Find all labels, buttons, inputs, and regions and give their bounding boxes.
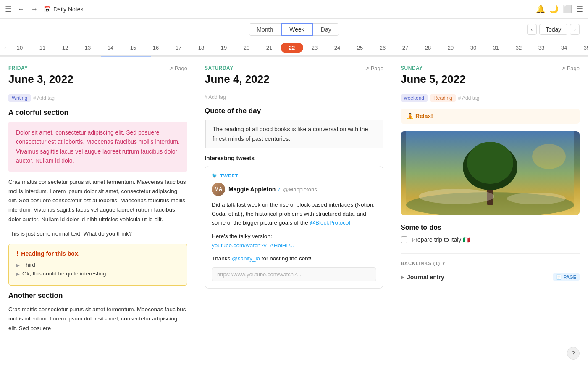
week-12[interactable]: 12 <box>54 43 76 53</box>
backlink-name: Journal entry <box>407 274 444 281</box>
week-14[interactable]: 14 <box>99 43 122 53</box>
scroll-indicator <box>0 56 588 57</box>
todo-text-italy: Prepare trip to Italy 🇮🇹 <box>412 236 470 243</box>
tweet-thanks: Thanks @sanity_io for hosting the conf! <box>212 254 376 263</box>
backlink-toggle[interactable]: ▶ Journal entry <box>401 274 444 281</box>
page-link-icon-sun: ↗ <box>561 66 565 71</box>
week-22[interactable]: 22 <box>281 43 303 53</box>
page-link-friday[interactable]: ↗ Page <box>169 65 187 71</box>
week-13[interactable]: 13 <box>76 43 99 53</box>
section-heading-sat-2: Interesting tweets <box>205 155 383 161</box>
tweet-link[interactable]: youtube.com/watch?v=AHblHP... <box>212 242 294 249</box>
backlink-page-badge[interactable]: 📄 PAGE <box>553 273 580 281</box>
mention-sanity[interactable]: @sanity_io <box>232 255 260 262</box>
week-19[interactable]: 19 <box>213 43 235 53</box>
week-prev-arrow[interactable]: ‹ <box>2 45 8 51</box>
chevron-down-icon: ∨ <box>442 260 446 266</box>
day-info-friday: FRIDAY June 3, 2022 <box>8 65 74 90</box>
tweet-label: 🐦 TWEET <box>212 173 376 178</box>
tags-row-saturday: # Add tag <box>205 94 383 100</box>
tab-day[interactable]: Day <box>313 23 339 36</box>
tags-row-friday: Writing # Add tag <box>8 94 187 102</box>
tab-week[interactable]: Week <box>281 23 313 36</box>
scroll-thumb <box>101 56 151 57</box>
week-32[interactable]: 32 <box>507 43 530 53</box>
day-label-sunday: SUNDAY <box>401 65 466 71</box>
layout-icon[interactable]: ⬜ <box>563 5 572 14</box>
section-heading-friday-1: A colorful section <box>8 109 187 117</box>
tab-month[interactable]: Month <box>249 23 281 36</box>
pink-callout-friday: Dolor sit amet, consectetur adipiscing e… <box>8 122 187 172</box>
tweet-name-row: Maggie Appleton ✓ @Mappletons <box>228 186 317 193</box>
prev-button[interactable]: ‹ <box>527 24 537 35</box>
day-col-saturday: SATURDAY June 4, 2022 ↗ Page # Add tag Q… <box>196 57 392 368</box>
week-21[interactable]: 21 <box>258 43 281 53</box>
todos-heading: Some to-dos <box>401 224 580 231</box>
daily-notes-icon: 📅 <box>44 6 51 13</box>
tweet-container: 🐦 TWEET MA Maggie Appleton ✓ @Mappletons… <box>205 166 383 289</box>
page-link-saturday[interactable]: ↗ Page <box>365 65 383 71</box>
back-button[interactable]: ← <box>15 5 27 14</box>
week-17[interactable]: 17 <box>167 43 190 53</box>
day-col-friday: FRIDAY June 3, 2022 ↗ Page Writing # Add… <box>0 57 196 368</box>
day-date-saturday: June 4, 2022 <box>205 73 270 86</box>
week-33[interactable]: 33 <box>530 43 553 53</box>
backlinks-header[interactable]: BACKLINKS (1) ∨ <box>401 260 580 266</box>
day-col-sunday: SUNDAY June 5, 2022 ↗ Page weekend Readi… <box>392 57 588 368</box>
mention-blockprotocol[interactable]: @BlockProtocol <box>310 220 350 226</box>
nav-buttons: ← → <box>15 5 40 14</box>
calendar-header: Month Week Day ‹ Today › <box>0 19 588 40</box>
calendar-nav: ‹ Today › <box>527 24 580 35</box>
dark-mode-icon[interactable]: 🌙 <box>549 5 559 14</box>
day-label-friday: FRIDAY <box>8 65 74 71</box>
day-info-saturday: SATURDAY June 4, 2022 <box>205 65 270 90</box>
callout-bullet-1: ▶ Third <box>16 262 179 268</box>
week-35[interactable]: 35 <box>575 43 588 53</box>
tweet-talky: Here's the talky version: youtube.com/wa… <box>212 232 376 250</box>
week-numbers-scroll: 10 11 12 13 14 15 16 17 18 19 20 21 22 2… <box>8 43 588 53</box>
exclamation-icon: ! <box>16 250 18 257</box>
tweet-url-preview[interactable]: https://www.youtube.com/watch?... <box>212 267 376 281</box>
tags-row-sunday: weekend Reading # Add tag <box>401 94 580 102</box>
help-button[interactable]: ? <box>567 347 580 360</box>
week-10[interactable]: 10 <box>8 43 31 53</box>
today-button[interactable]: Today <box>539 24 567 35</box>
body-text-friday-1: Cras mattis consectetur purus sit amet f… <box>8 177 187 224</box>
week-26[interactable]: 26 <box>371 43 394 53</box>
week-23[interactable]: 23 <box>303 43 326 53</box>
add-tag-friday[interactable]: # Add tag <box>33 95 55 101</box>
todo-checkbox-italy[interactable] <box>401 236 407 243</box>
day-info-sunday: SUNDAY June 5, 2022 <box>401 65 466 90</box>
menu-icon[interactable]: ☰ <box>5 5 12 14</box>
tag-reading[interactable]: Reading <box>430 94 456 102</box>
tag-weekend[interactable]: weekend <box>401 94 428 102</box>
week-24[interactable]: 24 <box>326 43 349 53</box>
tweet-author: MA Maggie Appleton ✓ @Mappletons <box>212 183 376 196</box>
week-27[interactable]: 27 <box>394 43 417 53</box>
page-link-sunday[interactable]: ↗ Page <box>561 65 580 71</box>
tag-writing[interactable]: Writing <box>8 94 31 102</box>
week-25[interactable]: 25 <box>349 43 371 53</box>
week-18[interactable]: 18 <box>190 43 213 53</box>
week-16[interactable]: 16 <box>144 43 167 53</box>
week-15[interactable]: 15 <box>122 43 144 53</box>
week-34[interactable]: 34 <box>553 43 575 53</box>
bullet-chevron-2: ▶ <box>16 272 20 276</box>
body-text-friday-3: Cras mattis consectetur purus sit amet f… <box>8 305 187 333</box>
notifications-icon[interactable]: 🔔 <box>536 5 545 14</box>
week-numbers-row: ‹ 10 11 12 13 14 15 16 17 18 19 20 21 22… <box>0 40 588 56</box>
next-button[interactable]: › <box>570 24 580 35</box>
week-20[interactable]: 20 <box>235 43 258 53</box>
page-link-icon: ↗ <box>169 66 173 71</box>
week-28[interactable]: 28 <box>417 43 439 53</box>
more-icon[interactable]: ☰ <box>576 5 583 14</box>
week-30[interactable]: 30 <box>462 43 485 53</box>
add-tag-sunday[interactable]: # Add tag <box>458 95 480 101</box>
week-29[interactable]: 29 <box>439 43 462 53</box>
week-11[interactable]: 11 <box>31 43 54 53</box>
day-header-sunday: SUNDAY June 5, 2022 ↗ Page <box>401 65 580 90</box>
view-tabs: Month Week Day <box>249 23 339 36</box>
forward-button[interactable]: → <box>29 5 40 14</box>
add-tag-saturday[interactable]: # Add tag <box>205 94 226 100</box>
week-31[interactable]: 31 <box>485 43 507 53</box>
